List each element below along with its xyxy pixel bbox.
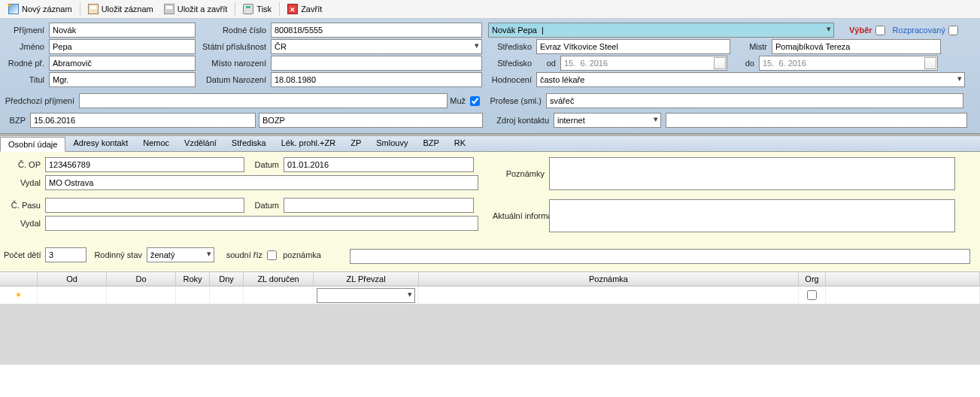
- label-stredisko: Středisko: [482, 42, 536, 51]
- hodnoceni-combo[interactable]: [536, 72, 965, 87]
- grid-col-zl-dorucen[interactable]: ZL doručen: [244, 272, 314, 286]
- zdroj-kontaktu-combo[interactable]: [554, 113, 661, 128]
- label-pas-datum: Datum: [244, 201, 284, 210]
- hodnoceni-input[interactable]: [536, 72, 965, 87]
- tab-rk[interactable]: RK: [447, 136, 473, 151]
- statni-prisl-combo[interactable]: [271, 39, 482, 54]
- jmeno-input[interactable]: [49, 39, 196, 54]
- poznamka-mid-input[interactable]: [350, 249, 970, 264]
- cell-org-checkbox[interactable]: [807, 290, 817, 300]
- tab-nemoc[interactable]: Nemoc: [135, 136, 177, 151]
- new-record-button[interactable]: Nový záznam: [4, 2, 77, 16]
- label-aktualni-info: Aktuální informace: [493, 211, 549, 220]
- zdroj-kontaktu-extra-input[interactable]: [666, 113, 967, 128]
- print-icon: [243, 4, 253, 14]
- mistr-input[interactable]: [772, 39, 941, 54]
- titul-input[interactable]: [49, 72, 196, 87]
- person-select-input[interactable]: [488, 23, 834, 38]
- vyber-checkbox[interactable]: [875, 26, 885, 35]
- stredisko-do-input[interactable]: [759, 56, 938, 71]
- toolbar-separator: [279, 2, 280, 16]
- grid-col-marker[interactable]: [0, 272, 38, 286]
- prijmeni-input[interactable]: [49, 23, 196, 38]
- soudni-riz-checkbox[interactable]: [267, 250, 277, 260]
- muz-checkbox[interactable]: [470, 96, 480, 106]
- rodne-pr-input[interactable]: [49, 56, 196, 71]
- tab-smlouvy[interactable]: Smlouvy: [369, 136, 415, 151]
- tab-bzp[interactable]: BZP: [415, 136, 446, 151]
- label-predchozi-prij: Předchozí příjmení: [4, 96, 79, 105]
- tab-lek-prohl[interactable]: Lék. prohl.+ZR: [274, 136, 343, 151]
- grid-row-new[interactable]: ✶: [0, 286, 980, 305]
- label-rodne-pr: Rodné př.: [4, 59, 49, 68]
- label-cop: Č. OP: [4, 160, 45, 169]
- grid-col-org[interactable]: Org: [799, 272, 826, 286]
- tab-zp[interactable]: ZP: [343, 136, 369, 151]
- tab-adresy-kontakt[interactable]: Adresy kontakt: [65, 136, 135, 151]
- label-pas-vydal: Vydal: [4, 219, 45, 228]
- label-op-datum: Datum: [244, 160, 284, 169]
- cell-do[interactable]: [107, 286, 176, 304]
- label-soudni-riz: soudní říz: [214, 250, 267, 259]
- datum-nar-input[interactable]: [271, 72, 482, 87]
- misto-nar-input[interactable]: [271, 56, 482, 71]
- pas-vydal-input[interactable]: [45, 216, 478, 231]
- grid-col-blank[interactable]: [826, 272, 980, 286]
- op-vydal-input[interactable]: [45, 175, 478, 190]
- label-datum-nar: Datum Narození: [196, 75, 271, 84]
- stredisko-od-input[interactable]: [560, 56, 727, 71]
- cell-roky[interactable]: [176, 286, 210, 304]
- label-cpasu: Č. Pasu: [4, 201, 45, 210]
- rodne-cislo-input[interactable]: [271, 23, 482, 38]
- cell-org[interactable]: [799, 286, 826, 304]
- label-titul: Titul: [4, 75, 49, 84]
- grid-col-do[interactable]: Do: [107, 272, 176, 286]
- cpasu-input[interactable]: [45, 198, 244, 213]
- poznamky-textarea[interactable]: [549, 157, 955, 190]
- profese-input[interactable]: [546, 93, 963, 108]
- grid-col-dny[interactable]: Dny: [210, 272, 244, 286]
- cell-zl-prevzal[interactable]: [314, 286, 419, 304]
- cell-dny[interactable]: [210, 286, 244, 304]
- rozpracovany-checkbox[interactable]: [948, 26, 958, 35]
- history-grid: Od Do Roky Dny ZL doručen ZL Převzal Poz…: [0, 271, 980, 365]
- tab-strediska[interactable]: Střediska: [224, 136, 274, 151]
- close-button[interactable]: Zavřít: [283, 2, 326, 16]
- grid-col-od[interactable]: Od: [38, 272, 107, 286]
- grid-col-roky[interactable]: Roky: [176, 272, 210, 286]
- toolbar: Nový záznam Uložit záznam Uložit a zavří…: [0, 0, 980, 19]
- cell-zl-prevzal-combo[interactable]: [317, 288, 415, 303]
- cell-zl-dorucen[interactable]: [244, 286, 314, 304]
- stredisko-input[interactable]: [536, 39, 730, 54]
- stredisko-od-date[interactable]: [560, 56, 727, 71]
- pas-datum-input[interactable]: [284, 198, 474, 213]
- label-op-vydal: Vydal: [4, 178, 45, 187]
- op-datum-input[interactable]: [284, 157, 474, 172]
- tab-osobni-udaje[interactable]: Osobní údaje: [0, 137, 65, 152]
- save-icon: [88, 4, 99, 14]
- pocet-deti-input[interactable]: [45, 247, 86, 262]
- bzp-type-input[interactable]: [259, 113, 483, 128]
- label-profese: Profese (sml.): [480, 96, 546, 105]
- rodinny-stav-input[interactable]: [147, 247, 214, 262]
- stredisko-do-date[interactable]: [759, 56, 938, 71]
- tab-vzdelani[interactable]: Vzdělání: [177, 136, 224, 151]
- grid-col-poznamka[interactable]: Poznámka: [419, 272, 799, 286]
- aktualni-info-textarea[interactable]: [549, 199, 955, 232]
- rodinny-stav-combo[interactable]: [147, 247, 214, 262]
- predchozi-prij-input[interactable]: [79, 93, 448, 108]
- print-button[interactable]: Tisk: [238, 2, 276, 16]
- cop-input[interactable]: [45, 157, 244, 172]
- label-hodnoceni: Hodnocení: [482, 75, 536, 84]
- zdroj-kontaktu-input[interactable]: [554, 113, 661, 128]
- new-icon: [8, 4, 19, 14]
- grid-col-zl-prevzal[interactable]: ZL Převzal: [314, 272, 419, 286]
- person-select-combo[interactable]: [488, 23, 834, 38]
- save-record-button[interactable]: Uložit záznam: [83, 2, 158, 16]
- label-jmeno: Jméno: [4, 42, 49, 51]
- cell-poznamka[interactable]: [419, 286, 799, 304]
- cell-od[interactable]: [38, 286, 107, 304]
- statni-prisl-input[interactable]: [271, 39, 482, 54]
- bzp-date-input[interactable]: [30, 113, 256, 128]
- save-close-button[interactable]: Uložit a zavřít: [159, 2, 232, 16]
